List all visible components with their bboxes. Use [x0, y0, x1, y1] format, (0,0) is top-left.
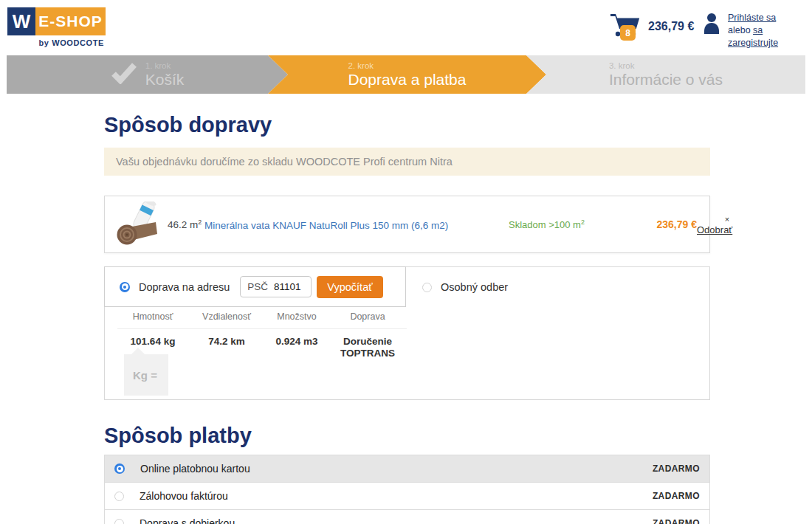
- shop-logo[interactable]: W E-SHOP by WOODCOTE: [7, 7, 106, 47]
- payment-option-invoice[interactable]: Zálohovou faktúrou ZADARMO: [105, 483, 709, 510]
- product-quantity: 46.2 m2: [168, 219, 202, 230]
- col-header-quantity: Množstvo: [265, 311, 328, 322]
- payment-label: Online platobnou kartou: [140, 463, 250, 475]
- remove-item-link[interactable]: Odobrať: [697, 224, 732, 235]
- checkout-progress: 1. krok Košík 2. krok Doprava a platba 3…: [7, 55, 805, 94]
- payment-price: ZADARMO: [653, 463, 700, 474]
- payment-label: Doprava s dobierkou: [140, 517, 235, 524]
- shipping-title: Spôsob dopravy: [104, 112, 710, 137]
- value-quantity: 0.924 m3: [265, 336, 328, 359]
- radio-payment-invoice[interactable]: [114, 492, 124, 501]
- product-image: [116, 201, 157, 247]
- shipping-calc-table: Hmotnosť Vzdialenosť Množstvo Doprava 10…: [117, 311, 407, 359]
- step-cart[interactable]: 1. krok Košík: [7, 55, 288, 94]
- radio-payment-card[interactable]: [114, 463, 125, 474]
- pickup-label: Osobný odber: [441, 281, 508, 293]
- payment-options-list: Online platobnou kartou ZADARMO Zálohovo…: [104, 455, 710, 524]
- radio-delivery-address[interactable]: [120, 282, 130, 292]
- calculate-button[interactable]: Vypočítať: [317, 276, 382, 298]
- col-header-weight: Hmotnosť: [117, 311, 188, 322]
- stock-status: Skladom >100 m2: [509, 218, 619, 230]
- delivery-option-address[interactable]: Doprava na adresu PSČ 81101 Vypočítať: [104, 266, 406, 307]
- login-link[interactable]: Prihláste sa: [728, 13, 776, 23]
- logo-eshop-text: E-SHOP: [35, 7, 106, 35]
- product-name-link[interactable]: Minerálna vata KNAUF NatuRoll Plus 150 m…: [204, 219, 448, 230]
- step-number: 2. krok: [348, 61, 467, 70]
- payment-option-card[interactable]: Online platobnou kartou ZADARMO: [105, 455, 709, 483]
- cart-count-badge: 8: [620, 25, 636, 41]
- step-label: Košík: [145, 71, 185, 89]
- warehouse-notice: Vašu objednávku doručíme zo skladu WOODC…: [104, 148, 710, 176]
- value-transport: Doručenie TOPTRANS: [328, 336, 407, 359]
- logo-byline: by WOODCOTE: [7, 38, 106, 47]
- main-content: Spôsob dopravy Vašu objednávku doručíme …: [104, 112, 710, 524]
- delivery-options-panel: Doprava na adresu PSČ 81101 Vypočítať Os…: [104, 266, 710, 400]
- payment-label: Zálohovou faktúrou: [140, 490, 228, 502]
- col-header-distance: Vzdialenosť: [188, 311, 265, 322]
- psc-prefix-label: PSČ: [247, 281, 268, 292]
- step-number: 3. krok: [609, 61, 723, 70]
- payment-price: ZADARMO: [653, 491, 700, 501]
- step-label: Informácie o vás: [609, 71, 723, 89]
- psc-value: 81101: [274, 281, 301, 292]
- payment-title: Spôsob platby: [104, 423, 710, 448]
- payment-price: ZADARMO: [653, 518, 700, 524]
- kg-tooltip: Kg =: [124, 354, 168, 396]
- cart-total: 236,79 €: [648, 20, 694, 33]
- col-header-transport: Doprava: [328, 311, 407, 322]
- cart-item-row: 46.2 m2 Minerálna vata KNAUF NatuRoll Pl…: [104, 196, 710, 253]
- payment-option-cod[interactable]: Doprava s dobierkou ZADARMO: [105, 510, 709, 524]
- psc-input[interactable]: PSČ 81101: [240, 276, 312, 297]
- account-area: Prihláste sa alebo sa zaregistrujte: [703, 12, 812, 49]
- radio-payment-cod[interactable]: [114, 519, 124, 524]
- step-your-info: 3. krok Informácie o vás: [526, 55, 805, 94]
- step-label: Doprava a platba: [348, 71, 467, 89]
- checkmark-icon: [111, 62, 137, 87]
- step-number: 1. krok: [145, 61, 185, 70]
- header: W E-SHOP by WOODCOTE 8 236,79 € P: [0, 0, 812, 55]
- radio-pickup[interactable]: [422, 283, 432, 292]
- product-price: 236,79 €: [619, 218, 697, 230]
- value-distance: 74.2 km: [188, 336, 265, 359]
- cart-summary[interactable]: 8 236,79 €: [608, 10, 694, 43]
- delivery-address-label: Doprava na adresu: [139, 281, 230, 293]
- user-icon: [703, 12, 720, 49]
- logo-w-icon: W: [7, 7, 35, 35]
- or-text: alebo: [728, 25, 753, 35]
- delivery-option-pickup[interactable]: Osobný odber: [422, 281, 508, 293]
- remove-x-icon: ×: [725, 215, 729, 224]
- step-shipping-payment: 2. krok Doprava a platba: [268, 55, 546, 94]
